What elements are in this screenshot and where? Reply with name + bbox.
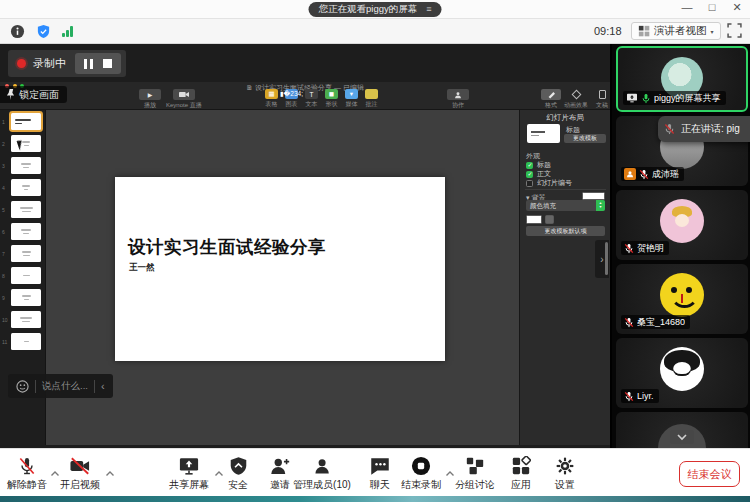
- security-shield-icon: [229, 456, 248, 476]
- slide-thumbnail-2[interactable]: 2: [0, 135, 45, 157]
- current-slide[interactable]: 设计实习生面试经验分享 王一然: [115, 177, 445, 361]
- slide-thumbnail-1[interactable]: 1: [0, 113, 45, 135]
- keynote-play-button[interactable]: ▶ 播放: [139, 89, 161, 110]
- fill-type-dropdown[interactable]: 颜色填充 ▲▼: [526, 200, 605, 211]
- video-camera-icon: [173, 89, 195, 100]
- checkbox[interactable]: [526, 162, 533, 169]
- slide-thumbnail-5[interactable]: 5: [0, 201, 45, 223]
- emoji-icon[interactable]: [16, 380, 29, 393]
- shape-icon: ◼: [325, 89, 338, 99]
- slide-thumbnail-3[interactable]: 3: [0, 157, 45, 179]
- participant-tile-sangbao[interactable]: 桑宝_14680: [616, 264, 748, 334]
- chart-icon: ▮�234;: [285, 89, 298, 99]
- security-button[interactable]: 安全: [228, 456, 248, 492]
- stepper-arrows-icon[interactable]: ▲▼: [596, 200, 605, 211]
- stop-recording-button[interactable]: [103, 59, 112, 68]
- insert-comment-button[interactable]: 批注: [365, 89, 378, 109]
- recording-options-chevron[interactable]: [445, 463, 455, 481]
- vertical-scrollbar[interactable]: [605, 242, 608, 275]
- mic-muted-icon: [624, 317, 634, 328]
- banner-menu-icon[interactable]: ≡: [426, 5, 431, 14]
- slide-title[interactable]: 设计实习生面试经验分享: [128, 235, 326, 259]
- stop-recording-button[interactable]: 结束录制: [401, 456, 441, 492]
- speaking-indicator-tooltip: 正在讲话: pig: [658, 116, 750, 142]
- participant-tile-piggy[interactable]: piggy的屏幕共享: [616, 46, 748, 112]
- speaker-view-icon: [638, 25, 650, 37]
- video-options-chevron[interactable]: [105, 463, 115, 481]
- collaborate-person-icon: [447, 89, 469, 100]
- share-screen-button[interactable]: 共享屏幕: [169, 456, 209, 492]
- pause-recording-button[interactable]: [84, 59, 93, 69]
- format-panel-button[interactable]: 格式: [541, 89, 561, 110]
- animate-button[interactable]: 动画效果: [564, 89, 588, 110]
- fill-color-swatch[interactable]: [526, 215, 542, 224]
- insert-table-button[interactable]: ▦ 表格: [265, 89, 278, 109]
- participant-name-badge: piggy的屏幕共享: [623, 91, 726, 105]
- pinned-view-chip[interactable]: 锁定画面: [0, 86, 67, 103]
- slide-number: 6: [2, 229, 5, 235]
- breakout-rooms-button[interactable]: 分组讨论: [455, 456, 495, 492]
- slide-thumbnail-10[interactable]: 10: [0, 311, 45, 333]
- chevron-down-icon[interactable]: [670, 430, 694, 444]
- meeting-timer: 09:18: [594, 25, 622, 37]
- participant-tile-liyr[interactable]: Liyr.: [616, 338, 748, 408]
- slide-thumbnail-8[interactable]: 8: [0, 267, 45, 289]
- background-color-well[interactable]: [582, 192, 605, 200]
- recording-indicator: 录制中: [8, 50, 126, 77]
- settings-button[interactable]: 设置: [555, 456, 575, 492]
- color-picker-icon[interactable]: [545, 215, 554, 224]
- template-defaults-button[interactable]: 更改模板默认项: [526, 226, 605, 236]
- slide-thumbnail-9[interactable]: 9: [0, 289, 45, 311]
- slide-subtitle[interactable]: 王一然: [129, 262, 155, 274]
- apps-button[interactable]: 应用: [511, 456, 531, 492]
- encryption-shield-icon[interactable]: [36, 24, 51, 43]
- watching-banner[interactable]: 您正在观看piggy的屏幕 ≡: [309, 2, 442, 17]
- slide-thumbnail-6[interactable]: 6: [0, 223, 45, 245]
- participant-name-badge: Liyr.: [621, 389, 659, 403]
- maximize-button[interactable]: □: [705, 1, 719, 14]
- keynote-toolbar: 🗎 设计实习生面试经验分享 — 已编辑 ▶ 播放 Keynote 直播 ▦ 表格: [0, 82, 610, 110]
- invite-button[interactable]: 邀请: [270, 456, 291, 492]
- slide-thumbnail-7[interactable]: 7: [0, 245, 45, 267]
- format-brush-icon: [541, 89, 561, 100]
- document-setup-button[interactable]: 文稿: [592, 89, 610, 110]
- slide-canvas[interactable]: 设计实习生面试经验分享 王一然: [46, 110, 519, 445]
- insert-media-button[interactable]: ▾ 媒体: [345, 89, 358, 109]
- view-mode-label: 演讲者视图: [654, 24, 707, 38]
- chat-input[interactable]: 说点什么...: [42, 380, 88, 393]
- checkbox[interactable]: [526, 171, 533, 178]
- insert-text-button[interactable]: T 文本: [305, 89, 318, 109]
- meeting-header: 09:18 演讲者视图 ▾: [0, 19, 750, 44]
- start-video-button[interactable]: 开启视频: [60, 456, 100, 492]
- layout-thumbnail[interactable]: [527, 124, 560, 143]
- chat-button[interactable]: 聊天: [370, 456, 391, 492]
- mic-options-chevron[interactable]: [50, 463, 60, 481]
- minimize-button[interactable]: —: [680, 1, 694, 14]
- insert-chart-button[interactable]: ▮�234; 图表: [285, 89, 298, 109]
- share-options-chevron[interactable]: [214, 463, 224, 481]
- change-template-button[interactable]: 更改模板: [564, 134, 606, 143]
- participant-name-badge: 桑宝_14680: [621, 315, 690, 329]
- connection-signal-icon[interactable]: [62, 26, 73, 37]
- collaborate-button[interactable]: 协作: [447, 89, 469, 110]
- slide-thumbnail-4[interactable]: 4: [0, 179, 45, 201]
- slide-thumbnail-11[interactable]: 11: [0, 333, 45, 355]
- comment-icon: [365, 89, 378, 99]
- fullscreen-icon[interactable]: [727, 23, 742, 42]
- manage-participants-button[interactable]: 管理成员(10): [293, 456, 351, 492]
- shared-screen-area: 录制中 🗎 设计实习生面试经验分享 — 已编辑 ▶ 播放 Keyno: [0, 44, 610, 448]
- view-mode-button[interactable]: 演讲者视图 ▾: [631, 22, 721, 40]
- insert-shape-button[interactable]: ◼ 形状: [325, 89, 338, 109]
- participants-icon: [312, 456, 332, 476]
- chat-collapse-icon[interactable]: ‹: [101, 381, 105, 392]
- checkbox-row-slide-number[interactable]: 幻灯片编号: [526, 178, 572, 188]
- meeting-info-icon[interactable]: [10, 24, 25, 43]
- participant-tile-heyanming[interactable]: 贺艳明: [616, 190, 748, 260]
- view-mode-caret-icon: ▾: [711, 28, 714, 35]
- unmute-button[interactable]: 解除静音: [7, 456, 47, 492]
- mic-muted-icon: [624, 243, 634, 254]
- end-meeting-button[interactable]: 结束会议: [679, 461, 740, 487]
- close-button[interactable]: ✕: [730, 1, 744, 14]
- keynote-live-button[interactable]: Keynote 直播: [166, 89, 202, 110]
- checkbox[interactable]: [526, 180, 533, 187]
